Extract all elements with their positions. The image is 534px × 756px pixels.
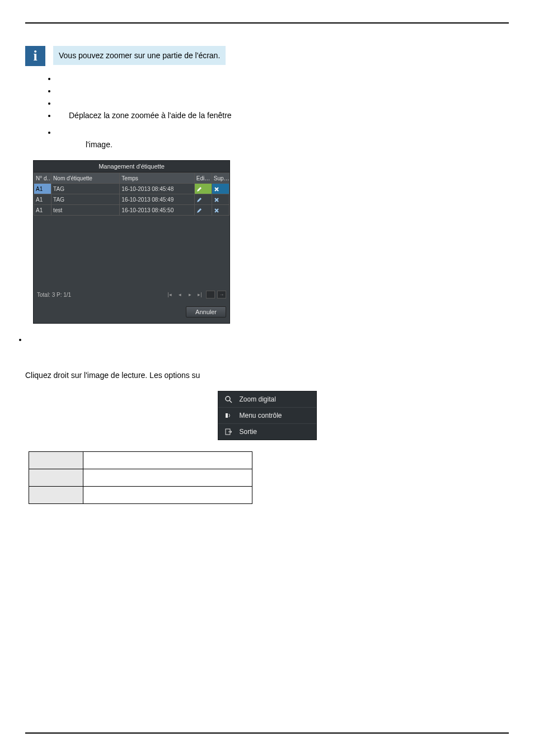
tag-table-footer: Total: 3 P: 1/1 |◂ ◂ ▸ ▸| → [34,288,229,301]
cell-name: TAG [51,194,120,205]
bullet-blank-lone [27,335,509,344]
ctx-item-sortie[interactable]: Sortie [218,423,316,440]
page: i Vous pouvez zoomer sur une partie de l… [0,0,534,756]
desc-key [29,452,83,469]
lone-bullet [27,335,509,344]
desc-key [29,469,83,487]
delete-button[interactable] [212,184,229,194]
pager-prev-icon[interactable]: ◂ [176,291,184,298]
close-icon [214,207,219,213]
bullet-move-zoom: Déplacez la zone zoomée à l'aide de la f… [57,111,509,120]
cancel-button[interactable]: Annuler [186,306,226,318]
delete-button[interactable] [212,194,229,205]
edit-button[interactable] [194,184,212,194]
pager-next-icon[interactable]: ▸ [186,291,194,298]
top-rule [25,22,509,24]
cell-name: TAG [51,184,120,194]
col-header-time[interactable]: Temps [120,173,194,184]
right-click-instruction: Cliquez droit sur l'image de lecture. Le… [25,371,509,380]
desc-key [29,487,83,504]
magnifier-icon [224,395,233,404]
cell-time: 16-10-2013 08:45:48 [120,184,194,194]
tag-table: N° d… Nom d'étiquette Temps Edi… Sup… A1… [34,172,229,216]
bullet-blank-3 [57,99,509,103]
table-row [29,469,252,487]
ctx-item-label: Sortie [240,428,257,436]
desc-value [83,469,252,487]
edit-button[interactable] [194,205,212,216]
info-icon: i [25,46,45,66]
ctx-item-label: Menu contrôle [240,412,282,419]
tag-table-header-row: N° d… Nom d'étiquette Temps Edi… Sup… [34,173,229,184]
tag-management-window: Management d'étiquette N° d… Nom d'étiqu… [33,160,230,324]
pencil-icon [196,196,202,202]
description-table [29,451,252,504]
table-row[interactable]: A1 test 16-10-2013 08:45:50 [34,205,229,216]
context-menu: Zoom digital Menu contrôle Sortie [218,391,317,440]
pencil-icon [196,185,202,192]
tag-management-title: Management d'étiquette [34,161,229,172]
table-row [29,452,252,469]
cell-cam: A1 [34,184,51,194]
tag-table-empty-area [34,216,229,288]
ctx-item-menu-controle[interactable]: Menu contrôle [218,407,316,423]
pager-first-icon[interactable]: |◂ [166,291,174,298]
cell-time: 16-10-2013 08:45:49 [120,194,194,205]
close-icon [214,196,219,202]
bullet-list: Déplacez la zone zoomée à l'aide de la f… [57,74,509,132]
pager-last-icon[interactable]: ▸| [196,291,204,298]
info-icon-glyph: i [33,48,37,64]
dialog-buttons: Annuler [34,301,229,323]
exit-icon [224,427,233,436]
bullet-blank-1 [57,74,509,78]
table-row[interactable]: A1 TAG 16-10-2013 08:45:48 [34,184,229,194]
info-note-text: Vous pouvez zoomer sur une partie de l'é… [53,46,226,65]
cell-name: test [51,205,120,216]
table-row [29,487,252,504]
col-header-edit[interactable]: Edi… [194,173,212,184]
col-header-name[interactable]: Nom d'étiquette [51,173,120,184]
col-header-cam[interactable]: N° d… [34,173,51,184]
desc-value [83,487,252,504]
edit-button[interactable] [194,194,212,205]
bullet-5-continuation: l'image. [86,140,509,149]
pager: |◂ ◂ ▸ ▸| → [166,291,226,298]
info-note-row: i Vous pouvez zoomer sur une partie de l… [25,46,509,66]
cell-cam: A1 [34,194,51,205]
delete-button[interactable] [212,205,229,216]
total-pages-label: Total: 3 P: 1/1 [37,292,71,298]
cell-time: 16-10-2013 08:45:50 [120,205,194,216]
bullet-blank-2 [57,86,509,91]
cell-cam: A1 [34,205,51,216]
pencil-icon [196,207,202,213]
svg-line-1 [229,400,232,403]
pager-go-button[interactable]: → [217,291,226,298]
svg-point-0 [226,396,230,401]
pager-page-input[interactable] [206,291,215,298]
close-icon [214,185,219,192]
bottom-rule [25,732,509,734]
desc-value [83,452,252,469]
bullet-blank-5 [57,128,509,132]
table-row[interactable]: A1 TAG 16-10-2013 08:45:49 [34,194,229,205]
svg-rect-2 [226,413,228,418]
audio-menu-icon [224,411,233,420]
col-header-del[interactable]: Sup… [212,173,229,184]
ctx-item-zoom[interactable]: Zoom digital [218,391,316,407]
ctx-item-label: Zoom digital [240,395,276,403]
